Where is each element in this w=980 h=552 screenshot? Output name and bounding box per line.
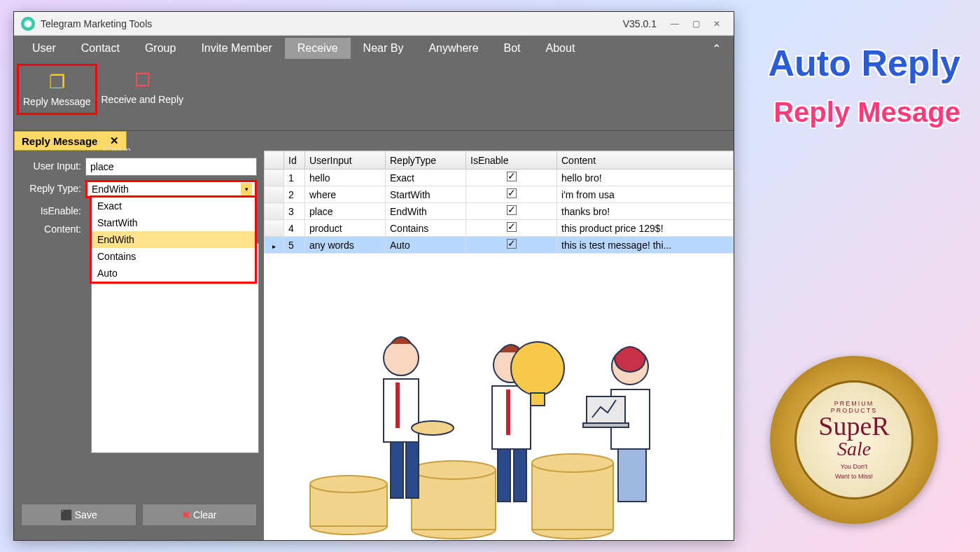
- clear-button[interactable]: ✖ Clear: [142, 504, 258, 526]
- cell-userinput: any words: [305, 237, 386, 254]
- svg-point-5: [412, 461, 496, 479]
- cell-isenable[interactable]: [466, 237, 557, 254]
- svg-point-8: [532, 454, 613, 472]
- tab-label: Reply Message: [22, 135, 97, 147]
- option-exact[interactable]: Exact: [92, 198, 255, 214]
- cell-isenable[interactable]: [466, 220, 557, 237]
- svg-rect-25: [587, 396, 625, 423]
- save-label: Save: [75, 509, 97, 520]
- form-panel: User Input: Reply Type: EndWith ▾ IsEnab…: [14, 151, 264, 540]
- is-enable-label: IsEnable:: [21, 202, 85, 216]
- reply-type-dropdown: Exact StartWith EndWith Contains Auto: [90, 195, 257, 284]
- version-label: V35.0.1: [623, 18, 657, 29]
- table-row[interactable]: 3placeEndWiththanks bro!: [265, 203, 734, 220]
- cell-id: 1: [284, 170, 305, 186]
- row-header[interactable]: [265, 170, 284, 186]
- cell-userinput: place: [305, 203, 386, 220]
- col-userinput[interactable]: UserInput: [305, 151, 386, 170]
- col-replytype[interactable]: ReplyType: [386, 151, 466, 170]
- content-label: Content:: [21, 221, 85, 235]
- cell-id: 2: [284, 186, 305, 203]
- collapse-ribbon-icon[interactable]: ⌃: [705, 38, 728, 60]
- cell-isenable[interactable]: [466, 186, 557, 203]
- menu-receive[interactable]: Receive: [285, 38, 351, 59]
- ribbon: ❐ Reply Message ☐ Receive and Reply: [14, 61, 734, 131]
- cell-id: 5: [284, 237, 305, 254]
- seal-tag1: You Don't: [841, 463, 867, 470]
- svg-rect-21: [531, 393, 545, 406]
- menu-near-by[interactable]: Near By: [351, 38, 416, 59]
- row-header[interactable]: [265, 203, 284, 220]
- row-header[interactable]: [265, 186, 284, 203]
- dropdown-arrow-icon[interactable]: ▾: [241, 183, 252, 195]
- cell-isenable[interactable]: [466, 170, 557, 186]
- reply-type-value: EndWith: [92, 184, 129, 195]
- seal-tag2: Want to Miss!: [835, 473, 873, 480]
- cell-replytype: Exact: [386, 170, 466, 186]
- table-row[interactable]: 2whereStartWithi'm from usa: [265, 186, 734, 203]
- maximize-button[interactable]: ▢: [686, 17, 706, 31]
- option-endwith[interactable]: EndWith: [92, 231, 255, 248]
- cell-replytype: EndWith: [386, 203, 466, 220]
- menu-group[interactable]: Group: [132, 38, 188, 59]
- minimize-button[interactable]: —: [665, 17, 685, 31]
- col-content[interactable]: Content: [557, 151, 734, 170]
- table-row[interactable]: 5any wordsAutothis is test message! thi.…: [265, 237, 734, 254]
- clear-icon: ✖: [182, 509, 190, 520]
- cell-userinput: hello: [305, 170, 386, 186]
- save-icon: ⬛: [60, 509, 72, 520]
- seal-sale: Sale: [837, 438, 871, 460]
- table-row[interactable]: 4productContainsthis product price 129$!: [265, 220, 734, 237]
- seal-premium: PREMIUM: [834, 400, 874, 407]
- promo-title: Auto Reply: [769, 42, 960, 84]
- save-button[interactable]: ⬛ Save: [21, 504, 136, 526]
- ribbon-receive-reply[interactable]: ☐ Receive and Reply: [97, 64, 188, 111]
- grid-panel: Id UserInput ReplyType IsEnable Content …: [264, 151, 734, 540]
- menu-bot[interactable]: Bot: [491, 38, 533, 59]
- row-header[interactable]: [265, 220, 284, 237]
- svg-rect-11: [391, 442, 403, 498]
- row-header[interactable]: [265, 237, 284, 254]
- ribbon-reply-label: Reply Message: [23, 96, 91, 107]
- app-window: Telegram Marketing Tools V35.0.1 — ▢ ✕ U…: [13, 11, 734, 541]
- cell-isenable[interactable]: [466, 203, 557, 220]
- illustration: [285, 288, 734, 540]
- cell-replytype: StartWith: [386, 186, 466, 203]
- content-area: User Input: Reply Type: EndWith ▾ IsEnab…: [14, 151, 734, 540]
- option-startwith[interactable]: StartWith: [92, 214, 255, 231]
- svg-rect-15: [492, 386, 531, 449]
- menu-user[interactable]: User: [20, 38, 69, 59]
- ribbon-reply-message[interactable]: ❐ Reply Message: [17, 64, 97, 115]
- svg-point-20: [511, 342, 564, 395]
- cell-id: 3: [284, 203, 305, 220]
- option-contains[interactable]: Contains: [92, 248, 255, 265]
- cell-userinput: where: [305, 186, 386, 203]
- menu-invite-member[interactable]: Invite Member: [188, 38, 284, 59]
- close-button[interactable]: ✕: [707, 17, 727, 31]
- svg-rect-17: [498, 449, 510, 502]
- window-title: Telegram Marketing Tools: [41, 18, 152, 29]
- cell-content: thanks bro!: [557, 203, 734, 220]
- cell-userinput: product: [305, 220, 386, 237]
- sale-seal: PREMIUM PRODUCTS SupeR Sale You Don't Wa…: [770, 356, 938, 524]
- table-row[interactable]: 1helloExacthello bro!: [265, 170, 734, 186]
- col-id[interactable]: Id: [284, 151, 305, 170]
- option-auto[interactable]: Auto: [92, 265, 255, 282]
- receive-icon: ☐: [102, 69, 184, 91]
- user-input-field[interactable]: [85, 158, 257, 176]
- svg-point-10: [384, 340, 419, 375]
- title-bar: Telegram Marketing Tools V35.0.1 — ▢ ✕: [14, 12, 734, 36]
- clear-label: Clear: [193, 509, 216, 520]
- cell-content: hello bro!: [557, 170, 734, 186]
- col-isenable[interactable]: IsEnable: [466, 151, 557, 170]
- svg-rect-24: [618, 449, 646, 502]
- svg-rect-12: [406, 442, 419, 498]
- promo-subtitle: Reply Mesage: [774, 97, 960, 128]
- menu-contact[interactable]: Contact: [69, 38, 132, 59]
- user-input-label: User Input:: [21, 158, 85, 172]
- menu-about[interactable]: About: [533, 38, 588, 59]
- menu-bar: User Contact Group Invite Member Receive…: [14, 36, 734, 61]
- svg-rect-9: [384, 379, 419, 442]
- svg-rect-7: [532, 463, 613, 530]
- menu-anywhere[interactable]: Anywhere: [416, 38, 491, 59]
